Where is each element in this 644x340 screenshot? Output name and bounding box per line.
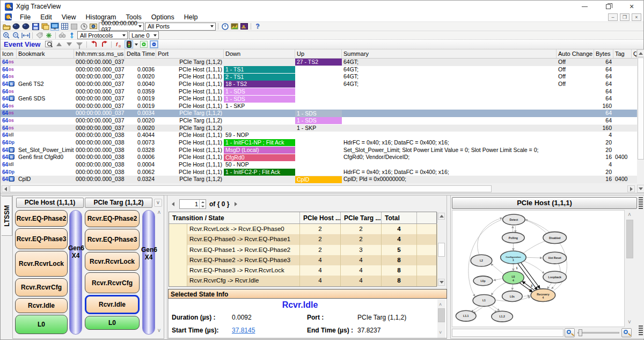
ltssm-state-targ-rcvr-rcvrlock[interactable]: Rcvr.RcvrLock (85, 252, 140, 271)
event-row-2[interactable]: 64os000:00:00.000_0370.0036PCIe Host (1,… (1, 66, 637, 74)
diagram-zoom-slider[interactable] (577, 332, 619, 334)
capture-settings-icon[interactable] (89, 23, 98, 31)
menu-options[interactable]: Options (147, 12, 179, 22)
col-pcie-targ[interactable]: PCIe Targ ... (341, 212, 382, 223)
event-row-7[interactable]: 64os000:00:00.000_0370.0019PCIe Host (1,… (1, 103, 637, 110)
save-all-icon[interactable] (41, 23, 49, 31)
diagram-node-l1[interactable]: L1 (473, 295, 495, 307)
diagram-node-disabled[interactable]: Disabled (543, 232, 567, 244)
info-clock-icon[interactable] (221, 23, 229, 31)
pager-prev-button[interactable] (170, 200, 176, 208)
diagram-node-l2[interactable]: L2 (471, 255, 492, 266)
state-diagram-canvas[interactable]: DetectPollingDisabledConfiguration1Hot R… (452, 210, 625, 327)
state-diagram-title[interactable]: PCIe Host (1,1,1) (452, 197, 637, 209)
transition-scroll-up[interactable] (438, 213, 445, 220)
event-row-16[interactable]: 64Dp000:00:00.000_0380.0062PCIe Host (1,… (1, 169, 637, 176)
diagram-zoom-in-button[interactable] (621, 328, 632, 337)
info-scroll-thumb[interactable] (438, 308, 445, 322)
diagram-scroll-down[interactable]: ˅ (628, 319, 631, 325)
next-event-icon[interactable] (65, 40, 74, 48)
event-row-9[interactable]: 64os000:00:00.000_0370.0020PCIe Targ (1,… (1, 117, 637, 125)
column-header-auto[interactable]: Auto Change (557, 49, 594, 58)
event-hscroll-right-button[interactable] (627, 185, 635, 192)
diagram-node-l0p[interactable]: L0p (473, 276, 493, 286)
column-header-bookmark[interactable]: Bookmark (17, 49, 74, 58)
column-header-delta[interactable]: Delta Time (125, 49, 156, 58)
save-icon[interactable] (31, 23, 40, 31)
trace-b-icon[interactable] (21, 23, 30, 31)
column-header-up[interactable]: Up (295, 49, 342, 58)
help-icon[interactable]: ? (253, 23, 262, 31)
diagram-node-l0[interactable]: L04 (503, 271, 524, 284)
event-row-11[interactable]: 64Idl000:00:00.000_0380.4044PCIe Host (1… (1, 132, 637, 139)
diagram-zoom-slider-thumb[interactable] (579, 329, 582, 336)
ltssm-state-host-rcvr-eq-phase3[interactable]: Rcvr.EQ-Phase3 (15, 228, 68, 249)
menu-help[interactable]: Help (179, 12, 203, 22)
menu-view[interactable]: View (57, 12, 81, 22)
diagram-node-recovery[interactable]: Recovery4 (531, 289, 555, 302)
transition-table-header[interactable]: Transition / State PCIe Host ... PCIe Ta… (169, 212, 436, 224)
start-time-link[interactable]: 37.8145 (232, 327, 255, 334)
transition-row-4[interactable]: Rcvr.EQ-Phase2 -> Rcvr.EQ-Phase3448 (169, 255, 436, 265)
column-header-qu[interactable]: Qu (632, 49, 637, 58)
ltssm-state-host-rcvr-eq-phase2[interactable]: Rcvr.EQ-Phase2 (15, 210, 68, 227)
pager-next-button[interactable] (232, 200, 239, 208)
frequency-icon[interactable]: fq (114, 40, 123, 48)
event-table-header[interactable]: IconBookmarkhhh:mm:ss.ms_usDelta TimePor… (1, 49, 637, 59)
ltssm-scroll-up[interactable]: ˄ (156, 209, 163, 215)
diagram-node-detect[interactable]: Detect (503, 214, 525, 225)
transition-scroll-down[interactable] (438, 279, 445, 286)
info-scroll-up[interactable]: ˄ (439, 301, 442, 307)
ltssm-state-host-l0[interactable]: L0 (15, 315, 68, 334)
event-row-15[interactable]: 64Idl000:00:00.000_0380.0004PCIe Host (1… (1, 161, 637, 169)
ltssm-state-host-rcvr-rcvrcfg[interactable]: Rcvr.RcvrCfg (15, 278, 68, 296)
collapse-blue-icon[interactable] (150, 40, 158, 48)
ltssm-state-host-rcvr-idle[interactable]: Rcvr.Idle (15, 298, 68, 313)
transition-row-5[interactable]: Rcvr.EQ-Phase3 -> Rcvr.RcvrLock448 (169, 265, 436, 276)
traffic-light-dropdown-arrow[interactable] (135, 44, 138, 46)
goto-event-icon[interactable] (45, 40, 53, 48)
info-scroll-down[interactable]: ˅ (439, 329, 442, 335)
diagram-scroll-thumb[interactable] (626, 220, 633, 258)
col-pcie-host[interactable]: PCIe Host ... (300, 212, 341, 223)
mdi-restore-button[interactable]: ❐ (620, 13, 630, 21)
event-row-8[interactable]: 64os000:00:00.000_0370.0034PCIe Targ (1,… (1, 110, 637, 117)
histogram-color-icon[interactable] (230, 23, 239, 31)
next-bookmark-icon[interactable] (100, 40, 108, 48)
table-view-icon[interactable] (60, 23, 69, 31)
ltssm-state-host-rcvr-rcvrlock[interactable]: Rcvr.RcvrLock (15, 251, 68, 277)
diagram-node-configuration[interactable]: Configuration1 (501, 251, 526, 264)
event-row-12[interactable]: 64Dp000:00:00.000_0380.0073PCIe Host (1,… (1, 139, 637, 147)
column-header-tag[interactable]: Tag (613, 49, 632, 58)
ltssm-scroll-down[interactable]: ˅ (156, 328, 163, 334)
ltssm-state-targ-rcvr-idle[interactable]: Rcvr.Idle (85, 295, 140, 314)
close-button[interactable]: × (620, 1, 643, 12)
analysis-icon[interactable] (240, 23, 248, 31)
mdi-minimize-button[interactable]: – (608, 13, 618, 21)
ltssm-state-targ-rcvr-eq-phase3[interactable]: Rcvr.EQ-Phase3 (85, 229, 140, 250)
col-transition-state[interactable]: Transition / State (169, 212, 300, 223)
column-header-summary[interactable]: Summary (342, 49, 557, 58)
column-header-time[interactable]: hhh:mm:ss.ms_us (74, 49, 125, 58)
monitor-view-icon[interactable] (50, 23, 59, 31)
diagram-node-l0s[interactable]: L0s (502, 291, 523, 302)
ports-combo[interactable]: All Ports (145, 23, 216, 31)
panel-grip-bottom[interactable] (639, 325, 643, 336)
event-row-4[interactable]: 64BGen6 TS2000:00:00.000_0370.0040PCIe H… (1, 81, 637, 88)
transition-scroll-thumb[interactable] (438, 243, 445, 257)
open-trace-icon[interactable] (2, 23, 11, 31)
transition-row-1[interactable]: Rcvr.RcvrLock -> Rcvr.EQ-Phase0224 (169, 224, 436, 234)
lane-combo[interactable]: Lane 0 (129, 31, 159, 39)
diagram-scroll-up[interactable]: ˄ (628, 212, 631, 218)
diagram-node-loopback[interactable]: Loopback (543, 271, 567, 283)
column-header-bytes[interactable]: Bytes (594, 49, 613, 58)
diagram-hscroll-thumb[interactable] (452, 329, 564, 337)
event-row-14[interactable]: 64BGen6 first CfgRd0000:00:00.000_0380.0… (1, 154, 637, 161)
ltssm-state-targ-l0[interactable]: L0 (85, 316, 140, 330)
time-jump-combo[interactable]: 000:00:00.000 037 (99, 23, 144, 31)
event-row-3[interactable]: 64os000:00:00.000_0370.0020PCIe Host (1,… (1, 73, 637, 81)
transition-row-2[interactable]: Rcvr.EQ-Phase0 -> Rcvr.EQ-Phase1224 (169, 234, 436, 244)
ltssm-header-dropdown[interactable]: ˅ (154, 199, 162, 207)
prev-event-icon[interactable] (55, 40, 63, 48)
event-row-13[interactable]: 64BSet_Slot_Power_Limit000:00:00.000_038… (1, 147, 637, 154)
